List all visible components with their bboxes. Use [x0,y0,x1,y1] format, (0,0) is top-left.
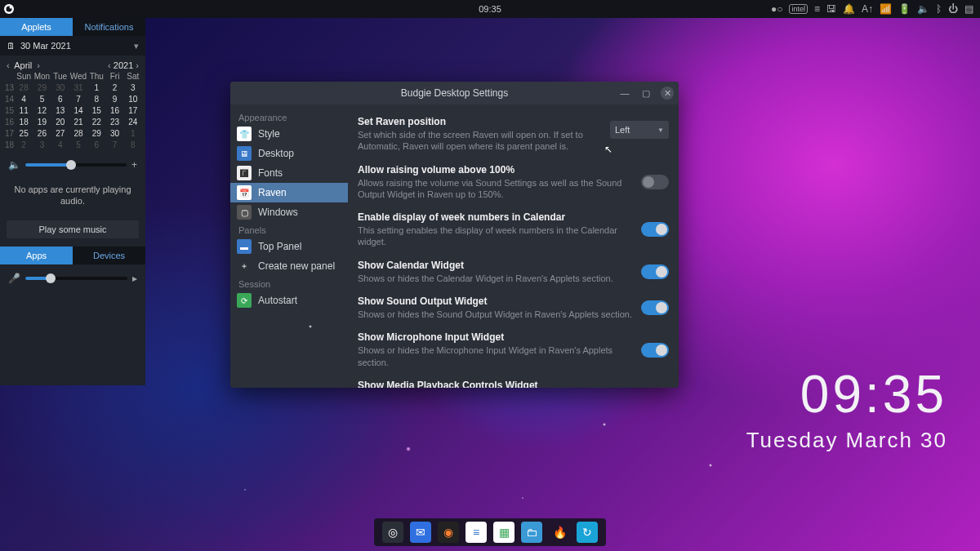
calendar-day[interactable]: 2 [105,83,123,92]
chip-icon[interactable]: intel [789,4,808,14]
year-next-icon[interactable]: › [136,60,139,70]
calendar-day[interactable]: 20 [51,118,69,127]
status-indicator-icon[interactable]: ●○ [771,3,783,15]
dock-calc[interactable]: ▦ [493,522,514,543]
calendar-day[interactable]: 19 [33,118,51,127]
calendar-day[interactable]: 11 [15,106,33,115]
calendar-day[interactable]: 28 [69,129,87,138]
dock-mail[interactable]: ✉ [410,522,431,543]
speaker-icon[interactable]: 🔈 [8,159,20,171]
calendar-day[interactable]: 7 [69,95,87,104]
calendar-day[interactable]: 12 [33,106,51,115]
calendar-day[interactable]: 3 [33,140,51,149]
plus-icon[interactable]: + [131,159,137,171]
month-prev-icon[interactable]: ‹ [7,60,10,70]
calendar-day[interactable]: 21 [69,118,87,127]
micin-toggle[interactable] [641,343,669,358]
calendar-day[interactable]: 31 [69,83,87,92]
vol100-toggle[interactable] [641,175,669,189]
calendar-day[interactable]: 6 [87,140,105,149]
calendar-day[interactable]: 17 [124,106,142,115]
soundout-toggle[interactable] [641,300,669,315]
sidebar-item-raven[interactable]: 📅 Raven [230,183,348,202]
sidebar-item-fonts[interactable]: 🅵 Fonts [230,163,348,183]
sidebar-icon[interactable]: ▤ [964,3,973,15]
calendar-day[interactable]: 5 [69,140,87,149]
calendar-day[interactable]: 3 [124,83,142,92]
panel-clock[interactable]: 09:35 [479,4,501,14]
menu-button[interactable] [0,0,18,18]
sidebar-item-style[interactable]: 👕 Style [230,124,348,144]
expand-icon[interactable]: ▸ [132,273,137,284]
calendar-day[interactable]: 24 [124,118,142,127]
calendar-day[interactable]: 27 [51,129,69,138]
sound-tabs: Apps Devices [0,247,145,264]
sidebar-item-newpanel[interactable]: ＋ Create new panel [230,256,348,276]
maximize-button[interactable]: ▢ [639,87,653,100]
calendar-day[interactable]: 2 [15,140,33,149]
calendar-day[interactable]: 8 [87,95,105,104]
dock-firefox[interactable]: 🔥 [549,522,570,543]
sidebar-item-desktop[interactable]: 🖥 Desktop [230,144,348,163]
calendar-day[interactable]: 25 [15,129,33,138]
sidebar-item-windows[interactable]: ▢ Windows [230,202,348,222]
close-button[interactable]: ✕ [661,87,674,100]
dock-media[interactable]: ◉ [438,522,459,543]
microphone-icon[interactable]: 🎤 [8,273,20,284]
window-titlebar[interactable]: Budgie Desktop Settings — ▢ ✕ [230,82,679,104]
dock-menu[interactable]: ◎ [382,522,403,543]
power-icon[interactable]: ⏻ [948,3,958,15]
calendar-day[interactable]: 30 [105,129,123,138]
minimize-button[interactable]: — [618,87,631,100]
calendar-day[interactable]: 16 [105,106,123,115]
year-prev-icon[interactable]: ‹ [108,60,111,70]
network-icon[interactable]: 📶 [880,3,892,15]
calendar-day[interactable]: 9 [105,95,123,104]
caps-icon[interactable]: A↑ [862,3,873,15]
calendar-day[interactable]: 26 [33,129,51,138]
play-music-button[interactable]: Play some music [7,220,139,238]
calendar-day[interactable]: 1 [87,83,105,92]
calendar-date-row[interactable]: 🗓 30 Mar 2021 ▾ [0,36,145,56]
weeknum-toggle[interactable] [641,222,669,237]
battery-icon[interactable]: 🔋 [898,3,911,15]
bluetooth-icon[interactable]: ᛒ [936,3,942,15]
calendar-day[interactable]: 18 [15,118,33,127]
calendar-day[interactable]: 4 [15,95,33,104]
sidebar-item-toppanel[interactable]: ▬ Top Panel [230,237,348,256]
tab-applets[interactable]: Applets [0,18,73,36]
sidebar-item-autostart[interactable]: ⟳ Autostart [230,291,348,310]
calendar-day[interactable]: 14 [69,106,87,115]
calendar-day[interactable]: 6 [51,95,69,104]
calendar-day[interactable]: 29 [87,129,105,138]
calendar-day[interactable]: 22 [87,118,105,127]
volume-slider[interactable] [25,163,127,167]
tab-apps[interactable]: Apps [0,247,73,264]
calendar-day[interactable]: 15 [87,106,105,115]
bell-icon[interactable]: 🔔 [843,3,855,15]
calendar-day[interactable]: 7 [105,140,123,149]
mic-slider[interactable] [25,277,127,280]
calendar-day[interactable]: 10 [124,95,142,104]
tab-notifications[interactable]: Notifications [73,18,145,36]
dock-files[interactable]: 🗀 [521,522,542,543]
volume-icon[interactable]: 🔈 [917,3,929,15]
month-next-icon[interactable]: › [37,60,40,70]
menu-lines-icon[interactable]: ≡ [814,3,820,15]
calwidget-toggle[interactable] [641,264,669,279]
dock-software[interactable]: ↻ [577,522,598,543]
calendar-day[interactable]: 4 [51,140,69,149]
calendar-day[interactable]: 8 [124,140,142,149]
setting-row-mpris: Show Media Playback Controls Widget Show… [358,376,674,388]
calendar-day[interactable]: 29 [33,83,51,92]
calendar-day[interactable]: 28 [15,83,33,92]
calendar-day[interactable]: 13 [51,106,69,115]
calendar-day[interactable]: 5 [33,95,51,104]
tab-devices[interactable]: Devices [73,247,145,264]
dock-writer[interactable]: ≡ [466,522,487,543]
calendar-day[interactable]: 1 [124,129,142,138]
calendar-day[interactable]: 23 [105,118,123,127]
ravenpos-dropdown[interactable]: Left▼ [610,121,669,139]
calendar-day[interactable]: 30 [51,83,69,92]
floppy-icon[interactable]: 🖫 [826,3,836,15]
